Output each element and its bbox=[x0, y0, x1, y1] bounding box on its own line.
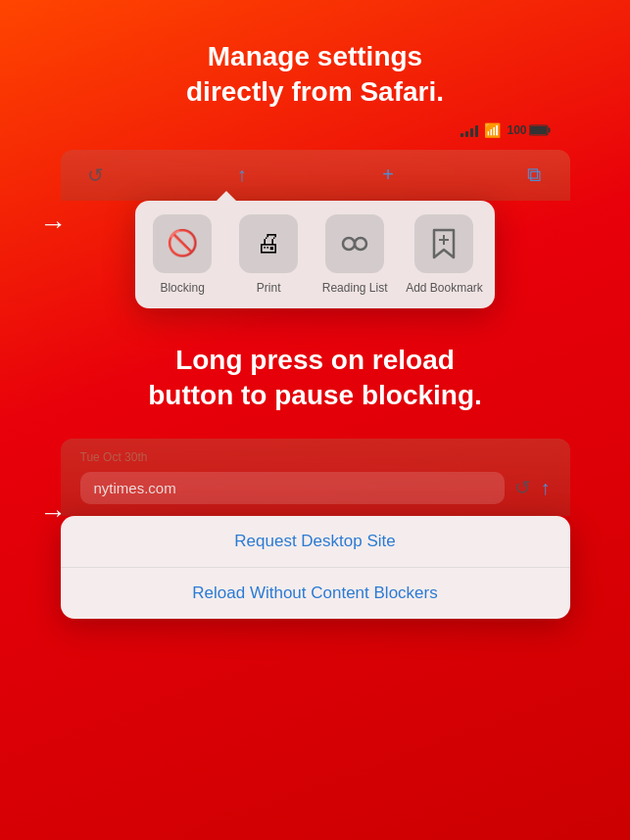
bottom-safari-section: → Tue Oct 30th nytimes.com ↺ ↑ Request D… bbox=[0, 439, 630, 619]
battery-icon bbox=[529, 124, 551, 136]
address-reload-button[interactable]: ↺ bbox=[514, 476, 531, 499]
print-icon: 🖨 bbox=[239, 214, 298, 273]
top-heading-line1: Manage settings bbox=[208, 41, 422, 71]
reload-without-content-blockers[interactable]: Reload Without Content Blockers bbox=[61, 568, 570, 619]
context-menu-bottom: Request Desktop Site Reload Without Cont… bbox=[61, 516, 570, 619]
tabs-button[interactable]: ⧉ bbox=[518, 163, 550, 186]
svg-point-4 bbox=[355, 238, 366, 250]
menu-item-reading-list[interactable]: Reading List bbox=[315, 209, 394, 301]
safari-bottom-mockup: Tue Oct 30th nytimes.com ↺ ↑ Request Des… bbox=[61, 439, 570, 619]
address-row: nytimes.com ↺ ↑ bbox=[80, 472, 551, 504]
svg-rect-1 bbox=[530, 126, 547, 134]
safari-top-mockup: 📶 100 ↺ ↑ + ⧉ 🚫 Blocking bbox=[61, 150, 570, 308]
add-tab-button[interactable]: + bbox=[372, 163, 404, 186]
address-date: Tue Oct 30th bbox=[80, 450, 551, 464]
middle-heading: Long press on reload button to pause blo… bbox=[0, 308, 630, 434]
safari-toolbar: ↺ ↑ + ⧉ bbox=[61, 150, 570, 201]
reload-button[interactable]: ↺ bbox=[80, 163, 112, 187]
middle-heading-line2: button to pause blocking. bbox=[148, 380, 482, 410]
blocking-label: Blocking bbox=[160, 281, 204, 295]
menu-item-blocking[interactable]: 🚫 Blocking bbox=[143, 209, 221, 301]
context-menu-top: 🚫 Blocking 🖨 Print Reading List bbox=[135, 201, 495, 308]
add-bookmark-icon bbox=[414, 214, 473, 273]
url-field[interactable]: nytimes.com bbox=[80, 472, 505, 504]
share-button[interactable]: ↑ bbox=[226, 163, 258, 186]
print-label: Print bbox=[257, 281, 281, 295]
reading-list-icon bbox=[325, 214, 384, 273]
signal-icon bbox=[460, 123, 478, 137]
add-bookmark-label: Add Bookmark bbox=[406, 281, 483, 295]
top-heading-line2: directly from Safari. bbox=[186, 76, 444, 107]
top-safari-section: → 📶 100 ↺ ↑ + ⧉ bbox=[0, 140, 630, 308]
svg-point-3 bbox=[343, 238, 355, 250]
wifi-icon: 📶 bbox=[484, 122, 501, 138]
middle-heading-line1: Long press on reload bbox=[175, 345, 455, 375]
safari-address-bar: Tue Oct 30th nytimes.com ↺ ↑ bbox=[61, 439, 570, 516]
reading-list-label: Reading List bbox=[322, 281, 388, 295]
top-heading: Manage settings directly from Safari. bbox=[0, 0, 630, 130]
address-share-button[interactable]: ↑ bbox=[541, 477, 551, 499]
blocking-icon: 🚫 bbox=[153, 214, 212, 273]
menu-item-add-bookmark[interactable]: Add Bookmark bbox=[402, 209, 487, 301]
battery-indicator: 100 bbox=[507, 123, 550, 137]
status-bar: 📶 100 bbox=[460, 122, 550, 138]
svg-rect-2 bbox=[548, 127, 550, 132]
menu-item-print[interactable]: 🖨 Print bbox=[229, 209, 308, 301]
request-desktop-site[interactable]: Request Desktop Site bbox=[61, 516, 570, 568]
